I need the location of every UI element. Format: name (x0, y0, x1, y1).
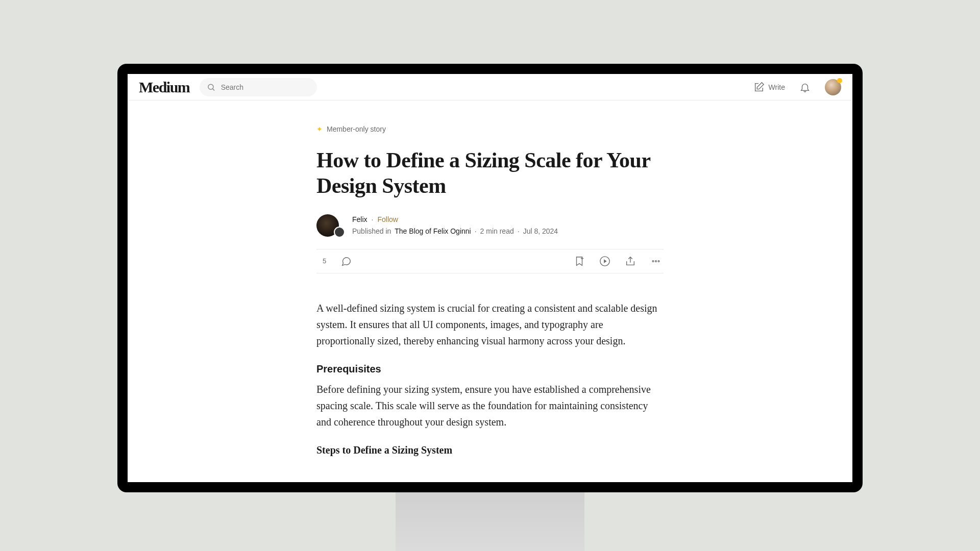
share-icon (625, 256, 636, 267)
comment-button[interactable] (340, 256, 352, 267)
bookmark-icon (574, 256, 585, 267)
user-avatar[interactable] (825, 79, 841, 95)
search-input[interactable] (221, 83, 310, 91)
comment-icon (340, 256, 352, 267)
play-circle-icon (599, 256, 610, 267)
share-button[interactable] (625, 256, 636, 267)
medium-logo[interactable]: Medium (139, 79, 189, 96)
member-badge: ✦ Member-only story (316, 125, 664, 133)
clap-button[interactable]: 5 (318, 257, 326, 265)
topbar: Medium Write (128, 74, 852, 101)
follow-link[interactable]: Follow (377, 214, 398, 225)
prerequisites-heading: Prerequisites (316, 363, 664, 375)
author-info: Felix · Follow Published in The Blog of … (352, 214, 558, 237)
steps-heading: Steps to Define a Sizing System (316, 444, 664, 456)
star-icon: ✦ (316, 125, 323, 133)
search-icon (207, 82, 215, 92)
write-label: Write (769, 83, 785, 91)
bookmark-button[interactable] (574, 256, 585, 267)
author-row: Felix · Follow Published in The Blog of … (316, 214, 664, 237)
dot-separator: · (372, 214, 374, 225)
prerequisites-paragraph: Before defining your sizing system, ensu… (316, 381, 664, 430)
read-time: 2 min read (480, 226, 514, 237)
more-icon (650, 256, 662, 267)
author-avatars[interactable] (316, 214, 345, 237)
search-box[interactable] (200, 78, 317, 96)
screen: Medium Write ✦ Member-only story (128, 74, 852, 482)
article: ✦ Member-only story How to Define a Sizi… (316, 101, 664, 456)
svg-point-6 (652, 260, 654, 262)
write-icon (753, 82, 765, 93)
publication-avatar (334, 227, 345, 238)
monitor-frame: Medium Write ✦ Member-only story (117, 64, 863, 492)
publish-date: Jul 8, 2024 (523, 226, 558, 237)
dot-separator: · (475, 226, 477, 237)
intro-paragraph: A well-defined sizing system is crucial … (316, 300, 664, 349)
published-in-prefix: Published in (352, 226, 391, 237)
more-button[interactable] (650, 256, 662, 267)
monitor-stand (396, 492, 584, 551)
author-name[interactable]: Felix (352, 214, 368, 225)
topbar-right: Write (753, 79, 841, 95)
svg-marker-5 (604, 259, 607, 263)
svg-point-0 (208, 84, 213, 89)
clap-count: 5 (323, 257, 326, 265)
listen-button[interactable] (599, 256, 610, 267)
publication-link[interactable]: The Blog of Felix Oginni (395, 226, 471, 237)
article-title: How to Define a Sizing Scale for Your De… (316, 147, 664, 199)
write-button[interactable]: Write (753, 82, 785, 93)
svg-point-8 (658, 260, 659, 262)
svg-point-7 (655, 260, 657, 262)
bell-icon (799, 82, 811, 93)
dot-separator: · (518, 226, 520, 237)
action-bar: 5 (316, 249, 664, 273)
svg-line-1 (213, 88, 215, 90)
notifications-button[interactable] (799, 82, 811, 93)
member-badge-text: Member-only story (327, 125, 386, 133)
